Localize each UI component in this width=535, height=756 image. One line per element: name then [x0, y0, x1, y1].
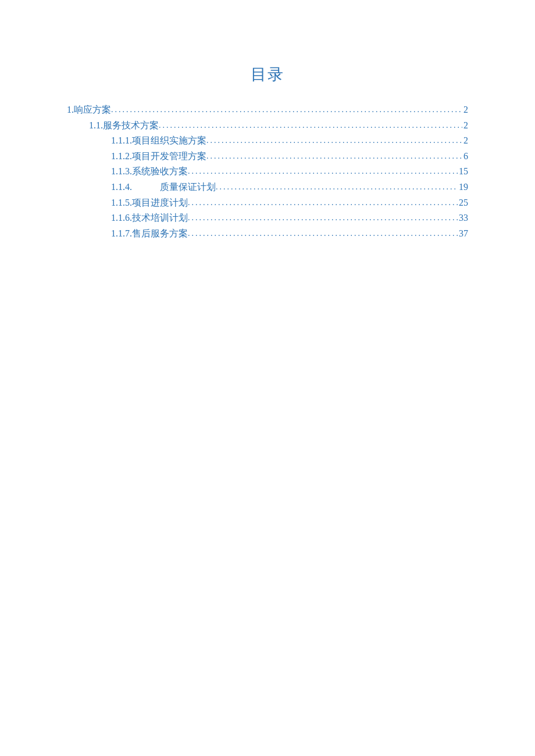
toc-entry-text: 响应方案	[74, 102, 111, 117]
toc-page-number: 2	[462, 102, 468, 117]
toc-page-number: 2	[462, 118, 468, 133]
toc-entry-number: 1.	[67, 102, 74, 117]
toc-gap	[132, 180, 160, 195]
toc-leader-dots	[216, 181, 458, 194]
toc-title: 目录	[67, 64, 468, 85]
toc-leader-dots	[188, 212, 458, 224]
toc-page-number: 6	[462, 149, 468, 164]
toc-entry-text: 项目开发管理方案	[132, 149, 206, 164]
toc-entry[interactable]: 1.1.4. 质量保证计划 19	[67, 180, 468, 195]
toc-leader-dots	[206, 134, 462, 147]
toc-entry-text: 服务技术方案	[103, 118, 159, 133]
toc-entry[interactable]: 1.响应方案 2	[67, 102, 468, 117]
toc-entry[interactable]: 1.1.6.技术培训计划 33	[67, 210, 468, 225]
toc-entry-text: 项目进度计划	[132, 195, 188, 210]
toc-entry[interactable]: 1.1.服务技术方案 2	[67, 118, 468, 133]
toc-entry-text: 系统验收方案	[132, 164, 188, 179]
toc-entry-number: 1.1.2.	[111, 149, 132, 164]
toc-page-number: 33	[458, 210, 468, 225]
toc-entry-number: 1.1.7.	[111, 226, 132, 241]
toc-page-number: 2	[462, 133, 468, 148]
toc-entry[interactable]: 1.1.1.项目组织实施方案 2	[67, 133, 468, 148]
toc-page-number: 37	[458, 226, 468, 241]
toc-leader-dots	[188, 227, 458, 240]
toc-entry-number: 1.1.3.	[111, 164, 132, 179]
toc-entry[interactable]: 1.1.5.项目进度计划 25	[67, 195, 468, 210]
toc-page-number: 15	[458, 164, 468, 179]
toc-entry-text: 质量保证计划	[160, 180, 216, 195]
toc-leader-dots	[111, 103, 462, 116]
toc-container: 1.响应方案 2 1.1.服务技术方案 2 1.1.1.项目组织实施方案 2 1…	[67, 102, 468, 241]
toc-leader-dots	[159, 119, 462, 132]
toc-entry[interactable]: 1.1.7.售后服务方案 37	[67, 226, 468, 241]
toc-entry-text: 技术培训计划	[132, 210, 188, 225]
toc-leader-dots	[188, 165, 458, 178]
toc-leader-dots	[206, 150, 462, 163]
toc-entry-number: 1.1.1.	[111, 133, 132, 148]
toc-entry-text: 项目组织实施方案	[132, 133, 206, 148]
toc-entry-number: 1.1.4.	[111, 180, 132, 195]
toc-entry[interactable]: 1.1.3.系统验收方案 15	[67, 164, 468, 179]
toc-entry-text: 售后服务方案	[132, 226, 188, 241]
toc-entry-number: 1.1.	[89, 118, 103, 133]
toc-entry-number: 1.1.6.	[111, 210, 132, 225]
toc-entry-number: 1.1.5.	[111, 195, 132, 210]
toc-entry[interactable]: 1.1.2.项目开发管理方案 6	[67, 149, 468, 164]
toc-page-number: 19	[458, 180, 468, 195]
toc-page-number: 25	[458, 195, 468, 210]
toc-leader-dots	[188, 196, 458, 209]
